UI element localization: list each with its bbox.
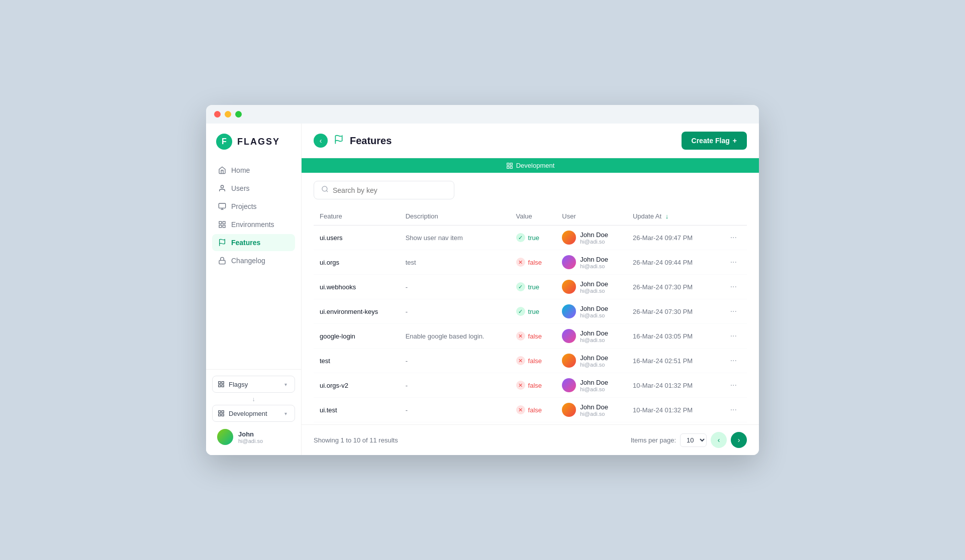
sidebar-item-environments-label: Environments — [231, 220, 274, 229]
cell-feature: ui.users — [314, 226, 400, 250]
nav-items: Home Users Projects — [206, 162, 301, 369]
more-options-button[interactable]: ··· — [726, 329, 741, 343]
svg-line-24 — [326, 190, 328, 192]
more-options-button[interactable]: ··· — [726, 403, 741, 416]
features-table: Feature Description Value User Update At… — [314, 207, 747, 424]
sidebar-item-users[interactable]: Users — [212, 180, 295, 197]
cell-user: John Doehi@adi.so — [556, 324, 627, 349]
cell-value: ✓true — [510, 226, 556, 250]
svg-rect-21 — [510, 166, 512, 168]
cell-updated-at: 16-Mar-24 02:51 PM — [627, 349, 714, 373]
svg-rect-13 — [219, 385, 221, 387]
sidebar-item-features[interactable]: Features — [212, 234, 295, 251]
col-user: User — [556, 207, 627, 226]
more-options-button[interactable]: ··· — [726, 354, 741, 367]
create-flag-plus-icon: + — [733, 137, 737, 145]
env-selector[interactable]: Development ▾ — [212, 405, 295, 422]
items-per-page-select[interactable]: 5102050 — [680, 433, 707, 447]
cell-description: - — [400, 275, 510, 299]
next-page-button[interactable]: › — [731, 432, 747, 448]
toggle-off-icon: ✕ — [516, 405, 525, 414]
sidebar-item-home[interactable]: Home — [212, 162, 295, 179]
col-value: Value — [510, 207, 556, 226]
more-options-button[interactable]: ··· — [726, 256, 741, 269]
cell-value: ✕false — [510, 250, 556, 275]
svg-rect-10 — [219, 382, 221, 384]
prev-page-button[interactable]: ‹ — [711, 432, 727, 448]
sidebar: F FLAGSY Home Users — [206, 124, 302, 455]
cell-user: John Doehi@adi.so — [556, 349, 627, 373]
cell-actions: ··· — [714, 324, 747, 349]
logo-text: FLAGSY — [237, 137, 280, 147]
svg-rect-15 — [222, 411, 224, 413]
cell-user: John Doehi@adi.so — [556, 373, 627, 398]
cell-feature: ui.environment-keys — [314, 299, 400, 324]
cell-value: ✕false — [510, 349, 556, 373]
svg-rect-17 — [219, 414, 221, 416]
minimize-dot[interactable] — [225, 111, 231, 118]
cell-user: John Doehi@adi.so — [556, 275, 627, 299]
avatar — [562, 255, 576, 269]
toggle-off-icon: ✕ — [516, 356, 525, 365]
sidebar-item-home-label: Home — [231, 166, 250, 174]
search-bar[interactable] — [314, 181, 454, 199]
col-actions — [714, 207, 747, 226]
cell-description: Enable google based login. — [400, 324, 510, 349]
cell-value: ✕false — [510, 373, 556, 398]
close-dot[interactable] — [214, 111, 221, 118]
more-options-button[interactable]: ··· — [726, 280, 741, 293]
project-selector[interactable]: Flagsy ▾ — [212, 376, 295, 393]
table-row: google-loginEnable google based login.✕f… — [314, 324, 747, 349]
cell-feature: ui.webhooks — [314, 275, 400, 299]
cell-updated-at: 16-Mar-24 03:05 PM — [627, 324, 714, 349]
features-icon — [218, 239, 226, 247]
titlebar — [206, 105, 759, 124]
table-row: ui.orgs-v2-✕falseJohn Doehi@adi.so10-Mar… — [314, 373, 747, 398]
env-chevron-icon: ▾ — [281, 409, 290, 417]
create-flag-button[interactable]: Create Flag + — [682, 132, 747, 150]
more-options-button[interactable]: ··· — [726, 379, 741, 392]
svg-rect-22 — [507, 166, 509, 168]
cell-updated-at: 26-Mar-24 09:44 PM — [627, 250, 714, 275]
home-icon — [218, 166, 226, 174]
sidebar-bottom: Flagsy ▾ ↓ Development ▾ John hi — [206, 369, 301, 455]
table-header-row: Feature Description Value User Update At… — [314, 207, 747, 226]
sidebar-item-environments[interactable]: Environments — [212, 216, 295, 233]
search-input[interactable] — [333, 186, 447, 194]
svg-rect-19 — [507, 163, 509, 165]
back-button[interactable]: ‹ — [314, 134, 328, 148]
users-icon — [218, 184, 226, 192]
toggle-on-icon: ✓ — [516, 282, 525, 291]
svg-rect-12 — [222, 385, 224, 387]
svg-rect-9 — [219, 260, 225, 264]
sidebar-item-projects[interactable]: Projects — [212, 198, 295, 215]
cell-actions: ··· — [714, 250, 747, 275]
more-options-button[interactable]: ··· — [726, 305, 741, 318]
svg-point-23 — [322, 186, 327, 191]
cell-actions: ··· — [714, 299, 747, 324]
svg-point-0 — [221, 185, 223, 188]
avatar — [562, 378, 576, 392]
cell-feature: test — [314, 349, 400, 373]
table-row: ui.webhooks-✓trueJohn Doehi@adi.so26-Mar… — [314, 275, 747, 299]
toggle-off-icon: ✕ — [516, 331, 525, 341]
table-row: ui.usersShow user nav item✓trueJohn Doeh… — [314, 226, 747, 250]
toggle-on-icon: ✓ — [516, 307, 525, 316]
more-options-button[interactable]: ··· — [726, 231, 741, 244]
cell-description: test — [400, 250, 510, 275]
items-per-page: Items per page: 5102050 — [631, 433, 707, 447]
app-window: F FLAGSY Home Users — [206, 105, 759, 455]
col-updated-at[interactable]: Update At ↓ — [627, 207, 714, 226]
sidebar-item-changelog[interactable]: Changelog — [212, 252, 295, 269]
table-container: Feature Description Value User Update At… — [302, 173, 759, 424]
sidebar-item-changelog-label: Changelog — [231, 257, 265, 265]
cell-description: Show user nav item — [400, 226, 510, 250]
table-row: ui.orgstest✕falseJohn Doehi@adi.so26-Mar… — [314, 250, 747, 275]
maximize-dot[interactable] — [235, 111, 242, 118]
sort-arrow-icon: ↓ — [665, 212, 669, 220]
projects-icon — [218, 202, 226, 210]
col-description: Description — [400, 207, 510, 226]
cell-actions: ··· — [714, 349, 747, 373]
cell-actions: ··· — [714, 226, 747, 250]
cell-actions: ··· — [714, 275, 747, 299]
